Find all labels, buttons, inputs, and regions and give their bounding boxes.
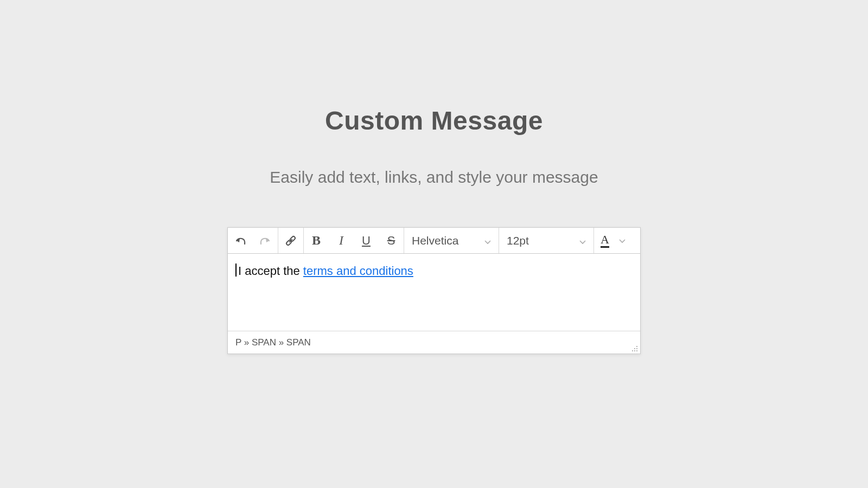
strikethrough-button[interactable]: S <box>379 228 404 253</box>
page-subtitle: Easily add text, links, and style your m… <box>270 168 598 187</box>
font-family-select[interactable]: Helvetica <box>404 228 499 253</box>
toolbar-group-formatting: B I U S <box>304 228 404 253</box>
redo-icon <box>259 235 272 247</box>
font-size-value: 12pt <box>507 234 529 247</box>
toolbar-group-font-size: 12pt <box>499 228 594 253</box>
rich-text-editor: B I U S Helvetica <box>227 227 641 354</box>
text-cursor <box>235 264 237 277</box>
font-family-value: Helvetica <box>412 234 458 247</box>
link-icon <box>284 234 297 247</box>
svg-point-8 <box>636 350 637 351</box>
editor-textarea[interactable]: I accept the terms and conditions <box>228 254 640 331</box>
svg-point-4 <box>634 348 635 349</box>
undo-button[interactable] <box>228 228 253 253</box>
editor-statusbar: P » SPAN » SPAN <box>228 331 640 354</box>
insert-link-button[interactable] <box>278 228 303 253</box>
underline-icon: U <box>362 234 371 248</box>
strikethrough-icon: S <box>387 234 395 248</box>
element-path[interactable]: P » SPAN » SPAN <box>235 337 311 348</box>
svg-point-3 <box>636 346 637 347</box>
text-color-button[interactable]: A <box>594 228 640 253</box>
redo-button[interactable] <box>253 228 278 253</box>
text-color-icon: A <box>601 234 609 248</box>
underline-button[interactable]: U <box>354 228 379 253</box>
toolbar-group-history <box>228 228 278 253</box>
editor-link[interactable]: terms and conditions <box>303 264 413 278</box>
italic-icon: I <box>339 233 343 248</box>
page-title: Custom Message <box>325 106 543 136</box>
toolbar-group-link <box>278 228 304 253</box>
toolbar-group-text-color: A <box>594 228 640 253</box>
italic-button[interactable]: I <box>329 228 354 253</box>
font-size-select[interactable]: 12pt <box>499 228 593 253</box>
undo-icon <box>234 235 247 247</box>
bold-button[interactable]: B <box>304 228 329 253</box>
svg-point-7 <box>634 350 635 351</box>
editor-toolbar: B I U S Helvetica <box>228 228 640 254</box>
resize-handle[interactable] <box>630 344 638 351</box>
svg-point-5 <box>636 348 637 349</box>
svg-point-6 <box>632 350 633 351</box>
editor-text: I accept the <box>238 264 303 278</box>
toolbar-group-font-family: Helvetica <box>404 228 499 253</box>
bold-icon: B <box>312 233 321 248</box>
chevron-down-icon <box>484 234 491 247</box>
chevron-down-icon <box>619 236 626 246</box>
chevron-down-icon <box>579 234 586 247</box>
